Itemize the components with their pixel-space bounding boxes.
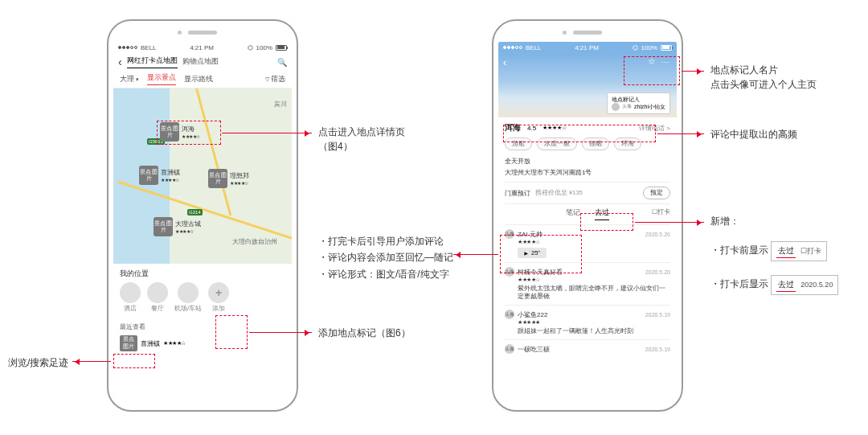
avatar-icon[interactable]: 头像 <box>505 229 514 239</box>
review-date: 2020.5.19 <box>645 347 670 352</box>
battery-icon <box>661 45 672 51</box>
book-button[interactable]: 预定 <box>643 187 670 199</box>
review-item[interactable]: 头像 小鲨鱼222 2020.5.19 ★★★★★ 跟姐妹一起租了一辆敞篷！人生… <box>505 305 670 339</box>
search-icon[interactable]: 🔍 <box>277 58 287 67</box>
review-stars: ★★★★★ <box>518 319 670 326</box>
more-icon[interactable]: ⋯ <box>661 58 670 68</box>
arrow-icon <box>249 332 312 333</box>
recent-name: 喜洲镇 <box>141 339 160 348</box>
ann-before-checkin: ・打卡前显示 去过 打卡 <box>710 241 827 261</box>
tab-wanghong-map[interactable]: 网红打卡点地图 <box>127 55 178 68</box>
category-airport-station[interactable]: 机场/车站 <box>174 282 202 313</box>
review-text: 跟姐妹一起租了一辆敞篷！人生高光时刻 <box>518 327 670 335</box>
bottom-panel: 我的位置 酒店 餐厅 机场/车站 +添加 最近查看 景点 图片 喜洲镇 ★★★★… <box>113 264 292 356</box>
ann-footprint: 浏览/搜索足迹 <box>8 355 68 370</box>
recent-section: 最近查看 景点 图片 喜洲镇 ★★★★☆ <box>120 318 285 351</box>
filter-show-routes[interactable]: 显示路线 <box>184 75 213 84</box>
phone-sensor <box>178 31 182 35</box>
recent-label[interactable]: 最近查看 <box>120 322 145 333</box>
detail-phone-link[interactable]: 详情电话 > <box>639 124 670 133</box>
map-pin-stars: ★★★★☆ <box>182 133 200 139</box>
bluetooth-icon: ⌬ <box>633 44 638 51</box>
category-icon <box>147 282 168 303</box>
review-stars: ★★★★☆ <box>518 277 670 283</box>
checkin-toggle[interactable]: 打卡 <box>652 208 670 216</box>
map-pin-label: 大理古城 <box>175 220 201 228</box>
avatar-icon[interactable] <box>612 103 620 111</box>
clock-label: 4:21 PM <box>190 44 214 51</box>
marker-card-title: 地点标记人 <box>612 96 665 103</box>
city-dropdown[interactable]: 大理 <box>120 75 139 84</box>
voice-message[interactable]: 25" <box>518 248 547 258</box>
avatar-icon[interactable]: 头像 <box>505 310 514 319</box>
ticket-row[interactable]: 门票预订 携程价低至 ¥135 预定 <box>505 182 670 204</box>
ann-marker-card: 地点标记人名片 点击头像可进入个人主页 <box>710 63 817 92</box>
arrow-icon <box>657 133 704 134</box>
carrier-label: BELL <box>141 44 157 51</box>
filter-button[interactable]: 筛选 <box>265 75 285 84</box>
arrow-icon <box>222 133 312 133</box>
category-add[interactable]: +添加 <box>208 282 229 313</box>
recent-stars: ★★★★☆ <box>163 340 186 347</box>
back-icon[interactable]: ‹ <box>118 55 122 68</box>
place-rating-stars: ★★★★☆ <box>542 125 567 131</box>
category-restaurant[interactable]: 餐厅 <box>147 282 168 313</box>
map-pin-xizhou[interactable]: 景点 图片 喜洲镇★★★★☆ <box>139 166 180 185</box>
filter-show-spots[interactable]: 显示景点 <box>147 73 176 85</box>
keyword-chip[interactable]: 环海 <box>614 137 641 150</box>
marker-card-name: zhizhi小仙女 <box>634 103 665 110</box>
category-label: 添加 <box>212 305 225 313</box>
keyword-chip[interactable]: 游船 <box>505 137 532 150</box>
review-text: 紫外线太强太晒，眼睛完全睁不开，建议小仙女们一定要戴墨镜 <box>518 285 670 301</box>
carrier-label: BELL <box>526 44 542 51</box>
ann-add-marker: 添加地点标记（图6） <box>318 326 411 340</box>
map-view[interactable]: G5611 G214 宾川 大理白族自治州 景点 图片 洱海★★★★☆ 景点 图… <box>113 88 292 264</box>
arrow-icon <box>682 71 704 72</box>
avatar-icon[interactable]: 头像 <box>505 267 514 277</box>
category-label: 酒店 <box>124 305 137 313</box>
map-pin-label: 喜洲镇 <box>161 168 180 177</box>
status-bar: BELL 4:21 PM ⌬ 100% <box>113 42 292 53</box>
battery-icon <box>276 45 287 51</box>
map-pin-lixiangbang[interactable]: 景点 图片 理想邦★★★★☆ <box>208 169 249 188</box>
tab-shopping-map[interactable]: 购物点地图 <box>182 56 219 68</box>
address: 大理州大理市下关洱河南路1号 <box>505 168 670 177</box>
ann-after-checkin: ・打卡后显示 去过 2020.5.20 <box>710 275 838 295</box>
phone-2-frame: BELL 4:21 PM ⌬ 100% ‹ ☆ ⋯ 地点标记人 头像zhizhi… <box>492 19 683 412</box>
tab-visited[interactable]: 去过 <box>595 208 609 220</box>
review-item[interactable]: 头像 柯楠今天真好看 2020.5.20 ★★★★☆ 紫外线太强太晒，眼睛完全睁… <box>505 262 670 305</box>
marker-person-card[interactable]: 地点标记人 头像zhizhi小仙女 <box>607 92 670 114</box>
battery-label: 100% <box>641 44 657 51</box>
recent-item[interactable]: 景点 图片 喜洲镇 ★★★★☆ <box>120 335 285 351</box>
map-pin-stars: ★★★★☆ <box>175 228 201 234</box>
tab-notes[interactable]: 笔记 <box>566 208 580 220</box>
ann-before-checkin-label: ・打卡前显示 <box>710 244 768 256</box>
map-pin-stars: ★★★★☆ <box>161 177 180 183</box>
avatar-icon[interactable]: 头像 <box>505 344 514 354</box>
review-item[interactable]: 头像 一硕吃三硕 2020.5.19 <box>505 339 670 358</box>
arrow-icon <box>453 254 498 255</box>
ticket-sub: 携程价低至 ¥135 <box>535 189 583 197</box>
battery-label: 100% <box>256 44 272 51</box>
keyword-chips: 游船 水质一般 很晒 环海 <box>505 137 670 150</box>
arrow-icon <box>72 361 111 362</box>
ann-after-checkin-label: ・打卡后显示 <box>710 278 768 289</box>
category-icon <box>120 282 141 303</box>
category-hotel[interactable]: 酒店 <box>120 282 141 313</box>
keyword-chip[interactable]: 很晒 <box>582 137 609 150</box>
review-date: 2020.5.26 <box>645 232 670 237</box>
map-pin-erhai[interactable]: 景点 图片 洱海★★★★☆ <box>160 122 200 142</box>
review-date: 2020.5.20 <box>645 269 670 275</box>
map-pin-stars: ★★★★☆ <box>230 180 249 186</box>
category-icon <box>178 282 199 303</box>
review-user: 一硕吃三硕 <box>518 345 550 354</box>
map-pin-thumb: 景点 图片 <box>139 166 158 185</box>
keyword-chip[interactable]: 水质一般 <box>537 137 577 150</box>
favorite-icon[interactable]: ☆ <box>648 56 656 67</box>
review-item[interactable]: 头像 ZAI 元帅 2020.5.26 ★★★★☆ 25" <box>505 224 670 262</box>
phone-earpiece <box>573 31 602 35</box>
back-icon[interactable]: ‹ <box>503 56 506 68</box>
map-pin-daligucheng[interactable]: 景点 图片 大理古城★★★★☆ <box>154 217 201 236</box>
recent-thumb: 景点 图片 <box>120 335 137 351</box>
map-city-label: 大理白族自治州 <box>232 237 277 246</box>
